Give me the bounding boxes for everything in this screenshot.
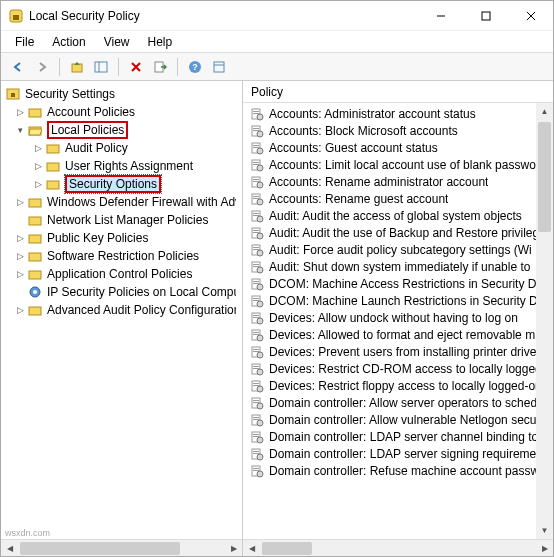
list-item[interactable]: Accounts: Rename administrator account (243, 173, 553, 190)
list-item[interactable]: Domain controller: LDAP server channel b… (243, 428, 553, 445)
maximize-button[interactable] (463, 1, 508, 31)
svg-rect-116 (253, 468, 259, 469)
forward-button[interactable] (31, 56, 53, 78)
expand-icon[interactable]: ▷ (13, 303, 27, 317)
scroll-thumb[interactable] (20, 542, 180, 555)
scroll-down-icon[interactable]: ▼ (536, 522, 553, 539)
close-button[interactable] (508, 1, 553, 31)
policy-icon (249, 208, 265, 224)
svg-rect-68 (253, 264, 259, 265)
list-item[interactable]: Devices: Restrict floppy access to local… (243, 377, 553, 394)
svg-rect-93 (253, 368, 259, 369)
list-item[interactable]: DCOM: Machine Access Restrictions in Sec… (243, 275, 553, 292)
policy-icon (249, 242, 265, 258)
scroll-track[interactable] (18, 540, 225, 557)
show-hide-tree-button[interactable] (90, 56, 112, 78)
list-item[interactable]: Accounts: Guest account status (243, 139, 553, 156)
list-item[interactable]: Domain controller: LDAP server signing r… (243, 445, 553, 462)
menu-view[interactable]: View (96, 33, 138, 51)
svg-rect-112 (253, 451, 259, 452)
scroll-right-icon[interactable]: ▶ (225, 540, 242, 557)
list-item-label: Devices: Allowed to format and eject rem… (269, 328, 535, 342)
list-item[interactable]: Audit: Shut down system immediately if u… (243, 258, 553, 275)
expand-icon[interactable]: ▷ (31, 177, 45, 191)
list-item[interactable]: Accounts: Rename guest account (243, 190, 553, 207)
expand-icon[interactable]: ▷ (13, 195, 27, 209)
scroll-right-icon[interactable]: ▶ (536, 540, 553, 557)
list-header[interactable]: Policy (243, 81, 553, 103)
list-item-label: Domain controller: LDAP server signing r… (269, 447, 543, 461)
svg-point-50 (257, 182, 263, 188)
list-item[interactable]: Devices: Restrict CD-ROM access to local… (243, 360, 553, 377)
expand-icon[interactable]: ▷ (13, 249, 27, 263)
list-item[interactable]: Devices: Prevent users from installing p… (243, 343, 553, 360)
back-button[interactable] (7, 56, 29, 78)
svg-rect-44 (253, 162, 259, 163)
scroll-up-icon[interactable]: ▲ (536, 103, 553, 120)
list-item[interactable]: Audit: Audit the access of global system… (243, 207, 553, 224)
menu-file[interactable]: File (7, 33, 42, 51)
list-item[interactable]: Accounts: Limit local account use of bla… (243, 156, 553, 173)
list-scrollbar-h[interactable]: ◀ ▶ (243, 539, 553, 556)
tree-node-advanced-audit[interactable]: ▷ Advanced Audit Policy Configuration (1, 301, 242, 319)
list-item[interactable]: Domain controller: Allow server operator… (243, 394, 553, 411)
list-item[interactable]: Audit: Audit the use of Backup and Resto… (243, 224, 553, 241)
list-item[interactable]: Accounts: Administrator account status (243, 105, 553, 122)
scroll-thumb[interactable] (262, 542, 312, 555)
tree-node-app-control[interactable]: ▷ Application Control Policies (1, 265, 242, 283)
list-scrollbar-v[interactable]: ▲ ▼ (536, 103, 553, 539)
policy-icon (249, 293, 265, 309)
list-item-label: Devices: Restrict CD-ROM access to local… (269, 362, 546, 376)
scroll-track[interactable] (260, 540, 536, 557)
tree-node-software-restriction[interactable]: ▷ Software Restriction Policies (1, 247, 242, 265)
svg-rect-109 (253, 436, 259, 437)
svg-point-70 (257, 267, 263, 273)
scroll-left-icon[interactable]: ◀ (1, 540, 18, 557)
tree-node-audit-policy[interactable]: ▷ Audit Policy (1, 139, 242, 157)
collapse-icon[interactable]: ▾ (13, 123, 27, 137)
tree-scrollbar-h[interactable]: ◀ ▶ (1, 539, 242, 556)
svg-rect-84 (253, 332, 259, 333)
tree-node-local-policies[interactable]: ▾ Local Policies (1, 121, 242, 139)
svg-rect-64 (253, 247, 259, 248)
menu-help[interactable]: Help (140, 33, 181, 51)
tree-node-firewall[interactable]: ▷ Windows Defender Firewall with Adva (1, 193, 242, 211)
list-item[interactable]: Devices: Allowed to format and eject rem… (243, 326, 553, 343)
list-item[interactable]: Devices: Allow undock without having to … (243, 309, 553, 326)
svg-point-90 (257, 352, 263, 358)
svg-rect-57 (253, 215, 259, 216)
list-item-label: Accounts: Administrator account status (269, 107, 476, 121)
expand-icon[interactable]: ▷ (13, 231, 27, 245)
tree-node-user-rights[interactable]: ▷ User Rights Assignment (1, 157, 242, 175)
expand-icon[interactable]: ▷ (31, 159, 45, 173)
menu-action[interactable]: Action (44, 33, 93, 51)
list-item[interactable]: Audit: Force audit policy subcategory se… (243, 241, 553, 258)
tree-node-public-key[interactable]: ▷ Public Key Policies (1, 229, 242, 247)
column-policy[interactable]: Policy (251, 85, 283, 99)
help-button[interactable]: ? (184, 56, 206, 78)
list-item[interactable]: Domain controller: Refuse machine accoun… (243, 462, 553, 479)
svg-point-46 (257, 165, 263, 171)
list-item[interactable]: DCOM: Machine Launch Restrictions in Sec… (243, 292, 553, 309)
svg-point-58 (257, 216, 263, 222)
expand-icon[interactable]: ▷ (13, 105, 27, 119)
scroll-thumb[interactable] (538, 122, 551, 232)
tree-root-node[interactable]: Security Settings (1, 85, 242, 103)
export-button[interactable] (149, 56, 171, 78)
tree-node-security-options[interactable]: ▷ Security Options (1, 175, 242, 193)
folder-icon (27, 194, 43, 210)
expand-icon[interactable]: ▷ (13, 267, 27, 281)
tree-node-network-list[interactable]: Network List Manager Policies (1, 211, 242, 229)
up-button[interactable] (66, 56, 88, 78)
list-item[interactable]: Accounts: Block Microsoft accounts (243, 122, 553, 139)
scroll-left-icon[interactable]: ◀ (243, 540, 260, 557)
tree-node-account-policies[interactable]: ▷ Account Policies (1, 103, 242, 121)
list-item[interactable]: Domain controller: Allow vulnerable Netl… (243, 411, 553, 428)
expand-icon[interactable]: ▷ (31, 141, 45, 155)
minimize-button[interactable] (418, 1, 463, 31)
properties-button[interactable] (208, 56, 230, 78)
svg-point-118 (257, 471, 263, 477)
tree-node-ipsec[interactable]: IP Security Policies on Local Compute (1, 283, 242, 301)
scroll-track[interactable] (536, 120, 553, 522)
delete-button[interactable] (125, 56, 147, 78)
